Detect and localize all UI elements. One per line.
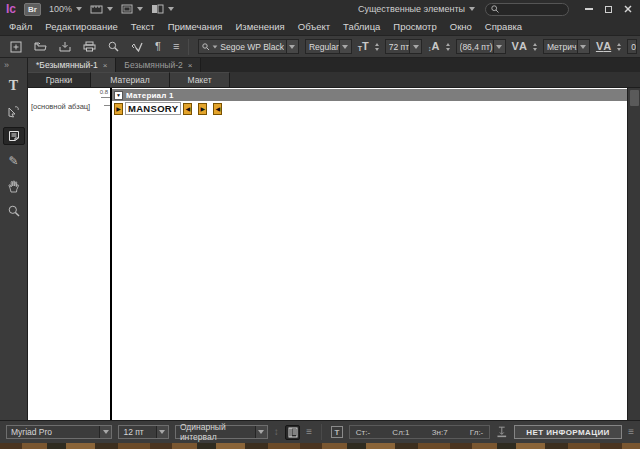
tracking-input[interactable]: 0 bbox=[627, 39, 637, 54]
kerning-select[interactable]: Метрич. bbox=[543, 39, 590, 54]
line-spacing-select[interactable]: Одинарный интервал bbox=[175, 425, 268, 439]
scrollbar-thumb[interactable] bbox=[630, 90, 639, 106]
position-tool[interactable] bbox=[3, 102, 25, 120]
galley-size-value: 12 пт bbox=[123, 427, 143, 437]
kerning-stepper[interactable] bbox=[533, 43, 537, 51]
leading-select[interactable]: (86,4 пт) bbox=[456, 39, 506, 54]
kerning-icon: VA bbox=[512, 41, 527, 52]
galley-font-select[interactable]: Myriad Pro bbox=[6, 425, 112, 439]
new-document-icon[interactable] bbox=[10, 41, 22, 53]
galley-size-chevron[interactable] bbox=[156, 426, 168, 438]
galley-info-toggle[interactable] bbox=[285, 425, 301, 440]
save-icon[interactable] bbox=[59, 41, 71, 52]
galley-font-chevron[interactable] bbox=[99, 426, 111, 438]
tab-story[interactable]: Материал bbox=[91, 72, 170, 87]
pencil-icon: ✎ bbox=[8, 155, 18, 167]
assignments-icon[interactable]: ≡ bbox=[173, 41, 179, 52]
chevron-down-icon bbox=[413, 45, 419, 49]
line-spacing-value: Одинарный интервал bbox=[180, 422, 255, 442]
menu-changes[interactable]: Изменения bbox=[236, 21, 285, 32]
xml-tag-close-icon[interactable]: ◀ bbox=[183, 103, 192, 115]
arrange-documents-dropdown[interactable] bbox=[151, 4, 174, 14]
view-options-dropdown[interactable] bbox=[90, 4, 113, 14]
menu-window[interactable]: Окно bbox=[450, 21, 472, 32]
no-information-button[interactable]: НЕТ ИНФОРМАЦИИ bbox=[514, 425, 622, 439]
info-column-icon bbox=[288, 427, 298, 438]
galley-size-select[interactable]: 12 пт bbox=[118, 425, 168, 439]
overset-indicator-icon: T bbox=[331, 426, 343, 438]
print-icon[interactable] bbox=[83, 41, 96, 52]
story-title: Материал 1 bbox=[126, 91, 174, 100]
view-tab-bar: Гранки Материал Макет bbox=[28, 72, 640, 88]
close-tab-icon[interactable]: × bbox=[103, 61, 108, 70]
spellcheck-icon[interactable] bbox=[131, 41, 143, 52]
story-text-line[interactable]: ▶ MANSORY ◀ ▶ ◀ bbox=[114, 102, 627, 115]
type-tool[interactable]: T bbox=[3, 77, 25, 95]
story-area[interactable]: ▼ Материал 1 ▶ MANSORY ◀ ▶ ◀ bbox=[112, 88, 627, 420]
leading-stepper[interactable] bbox=[446, 43, 450, 51]
tag-arrow: ◀ bbox=[216, 106, 221, 112]
screen-mode-dropdown[interactable] bbox=[121, 4, 143, 14]
pencil-tool[interactable]: ✎ bbox=[3, 152, 25, 170]
font-style-chevron[interactable] bbox=[339, 40, 351, 53]
document-tab-2[interactable]: Безымянный-2 × bbox=[116, 58, 201, 72]
copyfit-stats: Ст:- Сл:1 Зн:7 Гл:- bbox=[349, 425, 491, 439]
story-text[interactable]: MANSORY bbox=[125, 102, 181, 115]
chevron-down-icon bbox=[168, 7, 174, 11]
window-controls bbox=[585, 5, 636, 13]
search-box[interactable] bbox=[485, 3, 569, 16]
menu-edit[interactable]: Редактирование bbox=[45, 21, 117, 32]
close-button[interactable] bbox=[624, 5, 632, 13]
tab-galley[interactable]: Гранки bbox=[28, 72, 91, 87]
menu-file[interactable]: Файл bbox=[9, 21, 32, 32]
font-size-select[interactable]: 72 пт bbox=[385, 39, 422, 54]
zoom-tool[interactable] bbox=[3, 202, 25, 220]
maximize-button[interactable] bbox=[605, 6, 612, 13]
font-size-chevron[interactable] bbox=[409, 40, 421, 53]
font-family-select[interactable]: Segoe WP Black bbox=[198, 39, 299, 54]
hidden-characters-icon[interactable]: ¶ bbox=[155, 41, 161, 52]
big-t: T bbox=[362, 41, 369, 52]
xml-tag-open-icon[interactable]: ▶ bbox=[114, 103, 123, 115]
tab-layout[interactable]: Макет bbox=[170, 72, 230, 87]
line-spacing-chevron[interactable] bbox=[255, 426, 267, 438]
chevron-down-icon bbox=[580, 45, 586, 49]
vertical-scrollbar[interactable] bbox=[627, 88, 640, 420]
status-menu-icon[interactable]: ≡ bbox=[628, 427, 634, 437]
leading-chevron[interactable] bbox=[493, 40, 505, 53]
hand-tool[interactable] bbox=[3, 177, 25, 195]
stat-chars: Зн:7 bbox=[432, 428, 448, 437]
menu-type[interactable]: Текст bbox=[131, 21, 155, 32]
menu-table[interactable]: Таблица bbox=[343, 21, 380, 32]
menu-help[interactable]: Справка bbox=[485, 21, 522, 32]
find-icon[interactable] bbox=[108, 41, 119, 52]
search-input[interactable] bbox=[502, 4, 562, 14]
kerning-chevron[interactable] bbox=[577, 40, 589, 53]
bridge-button[interactable]: Br bbox=[24, 3, 41, 16]
galley-view: 0.8 [основной абзац] ▼ Материал 1 ▶ MANS… bbox=[28, 88, 640, 420]
font-style-select[interactable]: Regular bbox=[305, 39, 352, 54]
xml-tag-open-icon[interactable]: ▶ bbox=[198, 103, 207, 115]
menu-object[interactable]: Объект bbox=[298, 21, 330, 32]
menu-notes[interactable]: Примечания bbox=[168, 21, 223, 32]
view-options-icon bbox=[90, 4, 103, 14]
incopy-window: Ic Br 100% Существенные элементы bbox=[0, 0, 640, 449]
note-tool[interactable] bbox=[3, 127, 25, 145]
xml-tag-close-icon[interactable]: ◀ bbox=[213, 103, 222, 115]
story-collapse-button[interactable]: ▼ bbox=[114, 91, 123, 100]
open-folder-icon[interactable] bbox=[34, 41, 47, 52]
minimize-button[interactable] bbox=[585, 8, 593, 10]
line-numbers-icon[interactable]: ↕ bbox=[274, 427, 279, 437]
menu-view[interactable]: Просмотр bbox=[393, 21, 436, 32]
font-family-chevron[interactable] bbox=[286, 40, 298, 53]
divider bbox=[188, 39, 189, 55]
document-tab-1[interactable]: *Безымянный-1 × bbox=[28, 58, 116, 72]
tracking-stepper[interactable] bbox=[617, 43, 621, 51]
tools-panel: » T ✎ bbox=[0, 58, 28, 420]
workspace-switcher[interactable]: Существенные элементы bbox=[358, 4, 475, 14]
view-menu-icon[interactable]: ≡ bbox=[306, 427, 312, 437]
panel-collapse-icon[interactable]: » bbox=[0, 60, 9, 70]
close-tab-icon[interactable]: × bbox=[188, 61, 193, 70]
zoom-level-dropdown[interactable]: 100% bbox=[49, 4, 82, 14]
font-size-stepper[interactable] bbox=[375, 43, 379, 51]
